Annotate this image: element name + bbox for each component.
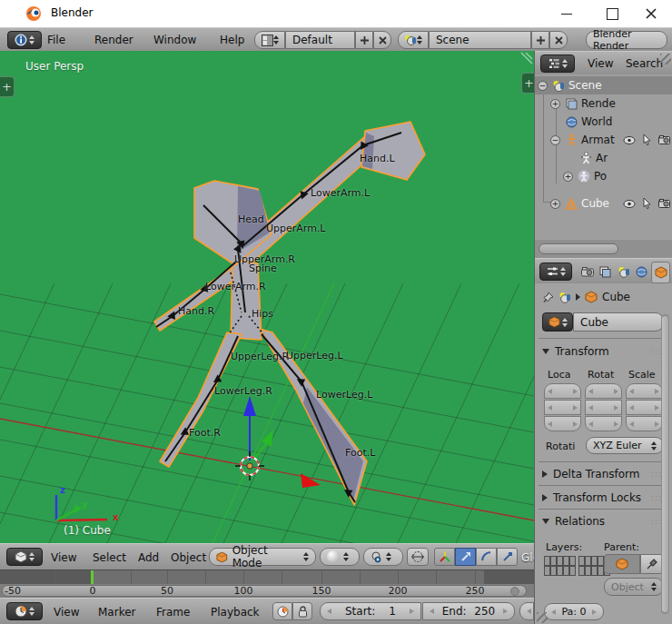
object-name-input[interactable]: Cube <box>573 312 664 332</box>
location-z-slider[interactable] <box>544 416 581 431</box>
layout-add-button[interactable] <box>355 31 373 49</box>
mode-select[interactable]: Object Mode <box>209 548 316 566</box>
menu-help[interactable]: Help <box>216 28 248 52</box>
menu-add[interactable]: Add <box>134 544 163 570</box>
renderability-camera-icon[interactable] <box>657 196 671 211</box>
outliner-item-armature[interactable]: − Armat <box>535 131 672 149</box>
scene-add-button[interactable] <box>531 31 549 49</box>
tab-render[interactable] <box>578 262 596 282</box>
menu-render[interactable]: Render <box>91 28 137 52</box>
selectability-cursor-icon[interactable] <box>639 133 654 147</box>
properties-scrollbar[interactable] <box>661 314 669 614</box>
panel-relations[interactable]: Relations :::: <box>542 515 666 528</box>
manipulator-translate-button[interactable] <box>455 548 476 566</box>
outliner-scrollbar-thumb[interactable] <box>539 243 618 254</box>
outliner-item-world[interactable]: World <box>535 113 672 131</box>
menu-select[interactable]: Select <box>89 544 130 570</box>
scene-delete-button[interactable] <box>549 31 568 49</box>
expand-icon[interactable]: + <box>550 99 560 109</box>
panel-transform-locks[interactable]: Transform Locks :::: <box>542 491 666 504</box>
visibility-eye-icon[interactable] <box>622 133 637 147</box>
scale-y-slider[interactable] <box>626 400 663 415</box>
scene-browse-button[interactable] <box>398 31 429 49</box>
scene-breadcrumb-icon[interactable] <box>558 292 571 303</box>
object-browse-button[interactable] <box>542 312 573 332</box>
selectability-cursor-icon[interactable] <box>639 196 654 211</box>
location-y-slider[interactable] <box>544 400 581 415</box>
menu-view[interactable]: View <box>584 52 617 75</box>
editor-type-button-properties[interactable] <box>539 262 572 281</box>
properties-scrollbar-thumb[interactable] <box>662 316 668 612</box>
end-frame-field[interactable]: End: 250 <box>422 602 515 620</box>
parent-type-select[interactable]: Object <box>604 578 664 596</box>
timeline-scrollbar[interactable]: -50 0 50 100 150 200 250 <box>0 584 534 598</box>
layers-grid-left[interactable] <box>544 556 576 576</box>
outliner-scrollbar[interactable] <box>535 240 672 258</box>
current-frame-indicator[interactable] <box>91 570 94 585</box>
visibility-eye-icon[interactable] <box>622 196 637 211</box>
scale-x-slider[interactable] <box>626 383 663 399</box>
scale-z-slider[interactable] <box>626 416 663 431</box>
timeline-track[interactable] <box>0 570 534 585</box>
outliner-item-renderlayers[interactable]: + Rende <box>535 94 672 113</box>
manipulator-scale-button[interactable] <box>497 548 518 566</box>
menu-view[interactable]: View <box>50 599 83 624</box>
corner-resize-grip[interactable] <box>660 54 671 64</box>
viewport-shading-select[interactable] <box>320 548 360 566</box>
current-frame-field-clipped[interactable] <box>519 602 534 620</box>
start-frame-field[interactable]: Start: 1 <box>320 602 421 620</box>
expand-icon[interactable]: + <box>550 199 560 209</box>
manipulator-toggle-button[interactable] <box>407 548 429 566</box>
lock-button[interactable] <box>292 602 312 620</box>
menu-frame[interactable]: Frame <box>153 599 193 624</box>
close-button[interactable] <box>637 4 665 24</box>
layout-name-field[interactable]: Default <box>285 31 355 49</box>
render-engine-select[interactable]: Blender Render <box>586 31 667 49</box>
viewport-3d[interactable]: User Persp (1) Cube z y x Hand.L LowerAr… <box>0 51 534 543</box>
outliner-item-scene[interactable]: − Scene <box>535 76 672 94</box>
scene-name-field[interactable]: Scene <box>429 31 531 49</box>
tab-scene[interactable] <box>615 262 632 282</box>
cube-breadcrumb-icon[interactable] <box>585 291 598 303</box>
tab-world[interactable] <box>633 262 650 282</box>
layout-delete-button[interactable] <box>373 31 391 49</box>
outliner-item-cube[interactable]: + Cube <box>535 194 672 213</box>
panel-delta-transform[interactable]: Delta Transform :::: <box>542 468 666 480</box>
tab-render-layers[interactable] <box>597 262 614 282</box>
panel-transform[interactable]: Transform :::: <box>542 345 666 358</box>
collapse-icon[interactable]: − <box>550 135 560 145</box>
menu-file[interactable]: File <box>44 28 69 52</box>
corner-resize-grip[interactable] <box>537 612 548 623</box>
expand-icon[interactable]: + <box>563 172 573 182</box>
maximize-button[interactable] <box>598 4 626 24</box>
sync-playback-button[interactable] <box>272 602 292 620</box>
rotation-x-slider[interactable] <box>585 383 622 399</box>
manipulator-axes-button[interactable] <box>434 548 455 566</box>
renderability-camera-icon[interactable] <box>657 133 671 147</box>
menu-marker[interactable]: Marker <box>94 599 139 624</box>
menu-object[interactable]: Object <box>167 544 210 570</box>
parent-object-button[interactable] <box>604 554 640 574</box>
timeline-scrollbar-thumb[interactable] <box>2 585 527 597</box>
outliner-item-armature-data[interactable]: Ar <box>535 149 672 167</box>
minimize-button[interactable] <box>553 4 580 24</box>
tab-object[interactable] <box>651 262 670 283</box>
rotation-y-slider[interactable] <box>585 400 622 415</box>
editor-type-button-outliner[interactable] <box>540 54 575 73</box>
menu-window[interactable]: Window <box>150 28 200 52</box>
collapse-icon[interactable]: − <box>538 81 548 91</box>
rotation-mode-select[interactable]: XYZ Euler <box>586 437 664 454</box>
editor-type-button-timeline[interactable] <box>6 602 43 620</box>
properties-shelf-open-button[interactable]: + <box>521 73 534 94</box>
location-x-slider[interactable] <box>544 383 581 399</box>
menu-view[interactable]: View <box>47 544 80 570</box>
pivot-point-select[interactable] <box>363 548 403 566</box>
editor-type-button-view3d[interactable] <box>6 548 43 566</box>
editor-type-button-info[interactable] <box>7 31 42 49</box>
screen-layout-icon-button[interactable] <box>254 31 285 49</box>
toolshelf-open-button[interactable]: + <box>0 76 15 97</box>
pass-index-slider[interactable]: Pa: 0 <box>544 603 604 620</box>
pin-icon[interactable] <box>542 292 554 303</box>
menu-playback[interactable]: Playback <box>207 599 263 624</box>
viewport-resize-grip[interactable] <box>521 53 532 64</box>
